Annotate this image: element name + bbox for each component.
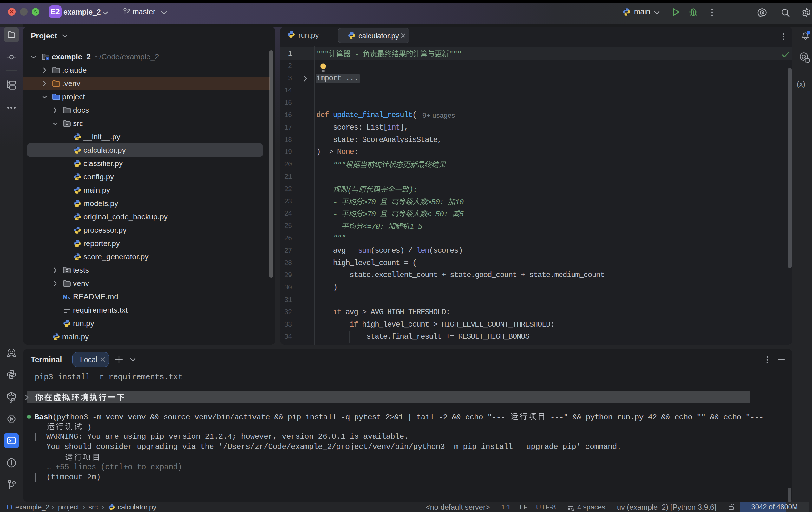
svg-text:M: M: [63, 294, 67, 300]
